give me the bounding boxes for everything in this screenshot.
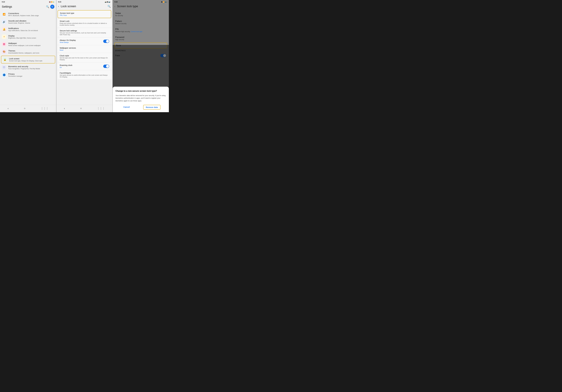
back-btn-2[interactable]: ‹	[58, 5, 60, 8]
nav-home-1[interactable]: ○	[21, 106, 28, 110]
biometrics-title: Biometrics and security	[8, 65, 54, 68]
wallpaper-services-item[interactable]: Wallpaper services None	[58, 45, 111, 53]
display-title: Display	[8, 35, 54, 37]
screen-lock-type-title: Screen lock type	[117, 5, 167, 8]
lock-type-swipe[interactable]: Swipe No security	[113, 10, 169, 18]
lock-screen-type-item[interactable]: Screen lock type PIN, Face	[58, 10, 111, 18]
lock-type-password[interactable]: Password High security	[113, 34, 169, 42]
clock-style-subtitle: Set the type and color for the clock on …	[60, 57, 109, 61]
pin-subtitle-text: Medium-high security,	[115, 31, 131, 33]
face-widgets-item[interactable]: FaceWidgets Get quick access to useful i…	[58, 70, 111, 79]
wallpaper-services-subtitle: None	[60, 49, 109, 51]
settings-item-themes[interactable]: 🎨 Themes Downloadable themes, wallpapers…	[0, 48, 56, 55]
pin-title: PIN	[115, 28, 166, 30]
settings-panel: 9:23 🔇 📶 🔋 Settings 🔍 C 📶 Connections Wi…	[0, 0, 56, 112]
face-widgets-subtitle: Get quick access to useful information o…	[60, 74, 109, 78]
settings-item-sounds[interactable]: 🔊 Sounds and vibration Sound mode, Ringt…	[0, 18, 56, 25]
status-icons-2: 📸 🖼 📺 •	[105, 1, 111, 3]
screen-lock-type-title: Screen lock type	[60, 12, 109, 14]
smart-lock-item[interactable]: Smart Lock Keep your phone unlocked when…	[58, 18, 111, 28]
notif-icon: 🔔	[2, 27, 6, 32]
always-on-item[interactable]: Always On Display Show always	[58, 37, 111, 45]
always-on-subtitle: Show always	[60, 42, 76, 43]
display-icon: ☀	[2, 35, 6, 39]
swipe-subtitle: No security	[115, 15, 166, 16]
settings-item-wallpaper[interactable]: 🖼 Wallpaper Home screen wallpaper, Lock …	[0, 40, 56, 48]
nav-home-2[interactable]: ○	[78, 106, 84, 110]
status-icons-3: 🖼 📶 📺 •	[161, 1, 167, 3]
nav-bar-1: ‹ ○ ⋮⋮⋮	[0, 105, 56, 112]
settings-item-connections[interactable]: 📶 Connections Wi-Fi, Bluetooth, Airplane…	[0, 11, 56, 18]
time-3: 9:24	[115, 1, 117, 3]
screen-lock-type-header: ‹ Screen lock type	[113, 4, 169, 9]
connections-subtitle: Wi-Fi, Bluetooth, Airplane mode, Data us…	[8, 15, 54, 16]
roaming-clock-subtitle: On	[60, 67, 72, 68]
settings-title: Settings	[2, 5, 45, 8]
sounds-title: Sounds and vibration	[8, 20, 54, 22]
dialog-body: Your biometric data will be removed for …	[116, 94, 166, 102]
nav-recents-2[interactable]: ⋮⋮⋮	[94, 106, 107, 110]
lockscreen-subtitle: Screen lock type, Always On Display, Clo…	[9, 60, 54, 62]
roaming-clock-item[interactable]: Roaming clock On	[58, 62, 111, 70]
wallpaper-title: Wallpaper	[8, 42, 54, 44]
always-on-toggle[interactable]	[103, 40, 109, 43]
biometrics-subtitle: Face recognition, Fingerprints, Find My …	[8, 68, 54, 70]
time-2: 9:23	[58, 1, 61, 3]
face-widgets-title: FaceWidgets	[60, 72, 109, 74]
wallpaper-subtitle: Home screen wallpaper, Lock screen wallp…	[8, 45, 54, 47]
pattern-title: Pattern	[115, 20, 166, 23]
themes-title: Themes	[8, 50, 54, 52]
settings-item-biometrics[interactable]: 🛡 Biometrics and security Face recogniti…	[0, 64, 56, 71]
settings-item-lockscreen[interactable]: 🔒 Lock screen Screen lock type, Always O…	[1, 56, 55, 63]
nav-back-1[interactable]: ‹	[5, 106, 11, 110]
lockscreen-title: Lock screen	[9, 58, 54, 60]
lock-type-pin[interactable]: PIN Medium-high security, Current lock t…	[113, 26, 169, 34]
remove-data-button[interactable]: Remove data	[143, 105, 160, 110]
avatar[interactable]: C	[50, 5, 54, 9]
password-title: Password	[115, 36, 166, 38]
cancel-button[interactable]: Cancel	[121, 105, 132, 110]
back-btn-3[interactable]: ‹	[115, 5, 116, 8]
smart-lock-subtitle: Keep your phone unlocked when it's in a …	[60, 23, 109, 26]
clock-style-item[interactable]: Clock style Set the type and color for t…	[58, 53, 111, 62]
swipe-title: Swipe	[115, 12, 166, 14]
screen-lock-type-panel: 9:24 🖼 📶 📺 • ‹ Screen lock type Swipe No…	[113, 0, 169, 112]
themes-subtitle: Downloadable themes, wallpapers, and ico…	[8, 52, 54, 54]
dialog-title: Change to a non-secure screen lock type?	[116, 90, 166, 93]
lock-screen-list: Screen lock type PIN, Face Smart Lock Ke…	[56, 9, 113, 105]
nav-recents-1[interactable]: ⋮⋮⋮	[38, 106, 51, 110]
dialog-buttons: Cancel Remove data	[116, 105, 166, 110]
settings-item-privacy[interactable]: 🔵 Privacy Permission manager	[0, 71, 56, 79]
dialog-overlay: Change to a non-secure screen lock type?…	[113, 45, 169, 112]
smart-lock-title: Smart Lock	[60, 20, 109, 22]
wallpaper-icon: 🖼	[2, 42, 6, 47]
settings-item-display[interactable]: ☀ Display Brightness, Blue light filter,…	[0, 33, 56, 40]
clock-style-title: Clock style	[60, 55, 109, 57]
settings-header: Settings 🔍 C	[0, 4, 56, 10]
display-subtitle: Brightness, Blue light filter, Home scre…	[8, 37, 54, 39]
screen-lock-type-subtitle: PIN, Face	[60, 14, 109, 16]
pin-subtitle: Medium-high security, Current lock type	[115, 31, 166, 33]
settings-list: 📶 Connections Wi-Fi, Bluetooth, Airplane…	[0, 10, 56, 105]
password-subtitle: High security	[115, 39, 166, 40]
lock-screen-header: ‹ Lock screen 🔍	[56, 4, 113, 9]
roaming-clock-toggle[interactable]	[103, 65, 109, 68]
nav-bar-2: ‹ ○ ⋮⋮⋮	[56, 105, 113, 112]
privacy-icon: 🔵	[2, 73, 6, 77]
privacy-subtitle: Permission manager	[8, 75, 54, 77]
lock-type-pattern[interactable]: Pattern Medium security	[113, 18, 169, 26]
secure-lock-title: Secure lock settings	[60, 30, 109, 32]
search-icon[interactable]: 🔍	[46, 5, 49, 8]
nav-back-2[interactable]: ‹	[61, 106, 68, 110]
notifications-subtitle: App notifications, Status bar, Do not di…	[8, 30, 54, 32]
status-icons-1: 🔇 📶 🔋	[49, 1, 54, 3]
roaming-clock-title: Roaming clock	[60, 64, 72, 66]
search-icon-2[interactable]: 🔍	[107, 5, 111, 8]
current-lock-label: Current lock type	[131, 31, 142, 33]
secure-lock-item[interactable]: Secure lock settings Set your secure loc…	[58, 28, 111, 37]
secure-lock-subtitle: Set your secure lock functions, such as …	[60, 32, 109, 36]
status-bar-2: 9:23 📸 🖼 📺 •	[56, 0, 113, 4]
settings-item-notifications[interactable]: 🔔 Notifications App notifications, Statu…	[0, 25, 56, 33]
change-lock-type-dialog: Change to a non-secure screen lock type?…	[113, 87, 169, 112]
lockscreen-icon: 🔒	[3, 57, 7, 62]
